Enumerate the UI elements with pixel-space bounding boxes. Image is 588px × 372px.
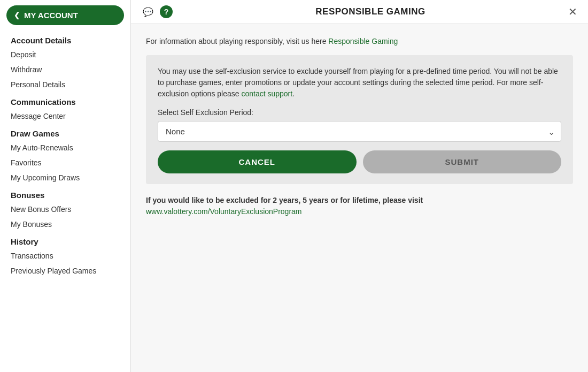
sidebar-item-previously-played[interactable]: Previously Played Games <box>0 263 130 278</box>
main-content: 💬 ? RESPONSIBLE GAMING ✕ For information… <box>131 0 588 372</box>
sidebar-item-transactions[interactable]: Transactions <box>0 248 130 263</box>
chat-icon[interactable]: 💬 <box>142 5 154 18</box>
voluntary-exclusion-link[interactable]: www.valottery.com/VoluntaryExclusionProg… <box>146 207 302 216</box>
my-account-button[interactable]: ❮ MY ACCOUNT <box>6 5 124 25</box>
footer-bold-text: If you would like to be excluded for 2 y… <box>146 196 423 204</box>
sidebar-item-new-bonus-offers[interactable]: New Bonus Offers <box>0 202 130 217</box>
contact-support-link[interactable]: contact support <box>241 89 292 98</box>
exclusion-box: You may use the self-exclusion service t… <box>146 55 573 184</box>
sidebar-item-deposit[interactable]: Deposit <box>0 47 130 62</box>
section-title-bonuses: Bonuses <box>0 185 130 202</box>
close-button[interactable]: ✕ <box>568 5 577 18</box>
exclusion-desc-end: . <box>292 89 295 98</box>
select-exclusion-wrapper: None 1 month 3 months 6 months 1 year ⌄ <box>158 121 561 142</box>
panel-header: 💬 ? RESPONSIBLE GAMING ✕ <box>131 0 588 24</box>
exclusion-desc-text: You may use the self-exclusion service t… <box>158 67 558 98</box>
select-label: Select Self Exclusion Period: <box>158 108 561 117</box>
sidebar-scroll-area: Account Details Deposit Withdraw Persona… <box>0 31 130 284</box>
responsible-gaming-panel: 💬 ? RESPONSIBLE GAMING ✕ For information… <box>131 0 588 372</box>
sidebar-item-auto-renewals[interactable]: My Auto-Renewals <box>0 140 130 155</box>
sidebar-item-message-center[interactable]: Message Center <box>0 109 130 124</box>
exclusion-footer: If you would like to be excluded for 2 y… <box>146 195 573 217</box>
info-text: For information about playing responsibl… <box>146 37 573 45</box>
cancel-button[interactable]: CANCEL <box>158 150 357 173</box>
back-chevron-icon: ❮ <box>14 11 20 19</box>
sidebar-header-label: MY ACCOUNT <box>24 11 78 20</box>
sidebar: ❮ MY ACCOUNT Account Details Deposit Wit… <box>0 0 131 372</box>
exclusion-period-select[interactable]: None 1 month 3 months 6 months 1 year <box>158 121 561 142</box>
responsible-gaming-link[interactable]: Responsible Gaming <box>328 37 398 45</box>
sidebar-item-my-bonuses[interactable]: My Bonuses <box>0 217 130 232</box>
panel-body: For information about playing responsibl… <box>131 24 588 372</box>
panel-title: RESPONSIBLE GAMING <box>173 6 568 17</box>
section-title-draw-games: Draw Games <box>0 124 130 140</box>
section-title-account-details: Account Details <box>0 31 130 47</box>
sidebar-item-favorites[interactable]: Favorites <box>0 155 130 170</box>
help-icon[interactable]: ? <box>160 5 173 18</box>
section-title-history: History <box>0 232 130 248</box>
submit-button[interactable]: SUBMIT <box>363 150 562 173</box>
panel-header-icons: 💬 ? <box>142 5 173 18</box>
button-row: CANCEL SUBMIT <box>158 150 561 173</box>
sidebar-item-personal-details[interactable]: Personal Details <box>0 77 130 92</box>
sidebar-item-withdraw[interactable]: Withdraw <box>0 62 130 77</box>
section-title-communications: Communications <box>0 92 130 109</box>
info-text-before: For information about playing responsibl… <box>146 37 328 45</box>
sidebar-item-upcoming-draws[interactable]: My Upcoming Draws <box>0 170 130 185</box>
exclusion-description: You may use the self-exclusion service t… <box>158 66 561 100</box>
